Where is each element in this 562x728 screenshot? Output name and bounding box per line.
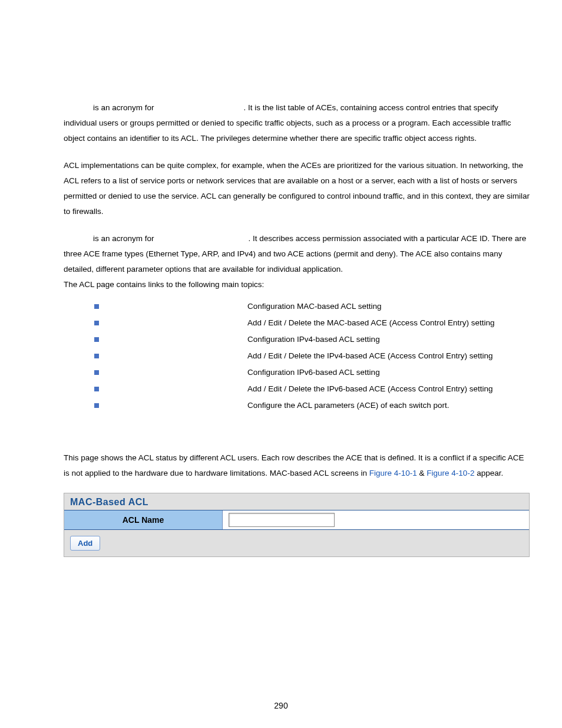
topic-description: Configuration IPv6-based ACL setting — [247, 364, 380, 381]
square-bullet-icon — [94, 321, 99, 325]
panel-title: MAC-Based ACL — [64, 493, 529, 510]
acl-name-input[interactable] — [229, 513, 335, 527]
paragraph-ace-acronym: is an acronym for. It describes access p… — [64, 231, 530, 277]
topic-description: Add / Edit / Delete the IPv6-based ACE (… — [247, 381, 492, 397]
square-bullet-icon — [94, 370, 99, 375]
text-fragment: & — [417, 469, 427, 477]
list-item: Configuration IPv4-based ACL setting — [64, 331, 530, 348]
mac-based-acl-panel: MAC-Based ACL ACL Name Add — [64, 493, 530, 557]
square-bullet-icon — [94, 387, 99, 391]
topic-description: Add / Edit / Delete the IPv4-based ACE (… — [247, 348, 492, 364]
text-fragment: is an acronym for — [93, 103, 154, 112]
list-item: Configuration MAC-based ACL setting — [64, 298, 530, 315]
add-button[interactable]: Add — [70, 536, 100, 551]
page-number: 290 — [0, 701, 562, 710]
paragraph-acl-implementations: ACL implementations can be quite complex… — [64, 158, 530, 219]
topic-description: Configuration MAC-based ACL setting — [247, 298, 382, 315]
paragraph-acl-acronym: is an acronym for. It is the list table … — [64, 100, 530, 146]
list-item: Add / Edit / Delete the MAC-based ACE (A… — [64, 315, 530, 331]
list-item: Configuration IPv6-based ACL setting — [64, 364, 530, 381]
document-page: is an acronym for. It is the list table … — [0, 0, 562, 728]
figure-reference-link[interactable]: Figure 4-10-2 — [427, 469, 474, 477]
topic-description: Configure the ACL parameters (ACE) of ea… — [247, 397, 449, 414]
paragraph-acl-status: This page shows the ACL status by differ… — [64, 450, 530, 481]
list-item: Add / Edit / Delete the IPv4-based ACE (… — [64, 348, 530, 364]
topic-description: Configuration IPv4-based ACL setting — [247, 331, 380, 348]
square-bullet-icon — [94, 337, 99, 342]
list-item: Add / Edit / Delete the IPv6-based ACE (… — [64, 381, 530, 397]
square-bullet-icon — [94, 354, 99, 358]
acl-name-input-cell — [223, 510, 529, 529]
square-bullet-icon — [94, 304, 99, 309]
text-fragment: appear. — [474, 469, 503, 477]
figure-reference-link[interactable]: Figure 4-10-1 — [369, 469, 417, 477]
panel-footer: Add — [64, 530, 529, 556]
paragraph-acl-page-links: The ACL page contains links to the follo… — [64, 277, 530, 292]
topic-description: Add / Edit / Delete the MAC-based ACE (A… — [247, 315, 494, 331]
topics-list: Configuration MAC-based ACL setting Add … — [64, 298, 530, 414]
form-row: ACL Name — [64, 510, 529, 530]
square-bullet-icon — [94, 403, 99, 408]
acl-name-label: ACL Name — [64, 510, 223, 529]
text-fragment: is an acronym for — [93, 234, 154, 243]
list-item: Configure the ACL parameters (ACE) of ea… — [64, 397, 530, 414]
